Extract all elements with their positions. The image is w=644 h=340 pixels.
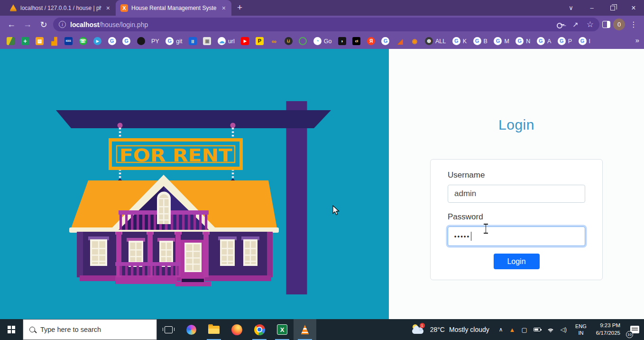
browser-toolbar: ← → ↻ i localhost/house/login.php ↗ ☆ 0 …: [0, 16, 644, 33]
side-panel-icon[interactable]: [602, 21, 610, 28]
bookmark-label: N: [526, 38, 530, 45]
google-git-bookmark[interactable]: G git: [166, 37, 182, 45]
cloud-url-bookmark[interactable]: ☁ url: [218, 37, 235, 45]
google-bookmark[interactable]: G: [122, 37, 130, 45]
green-ring-bookmark[interactable]: [299, 37, 307, 45]
back-button[interactable]: ←: [5, 19, 18, 29]
task-view-button[interactable]: [157, 319, 180, 340]
camera-kit-bookmark[interactable]: ▣: [203, 37, 211, 45]
yandex-bookmark[interactable]: Я: [367, 37, 375, 45]
browser-titlebar: localhost / 127.0.0.1 / house | php × X …: [0, 0, 644, 16]
forward-button[interactable]: →: [21, 19, 34, 29]
battery-icon[interactable]: [534, 328, 541, 331]
desktop: localhost / 127.0.0.1 / house | php × X …: [0, 0, 644, 340]
site-info-icon[interactable]: i: [59, 21, 66, 28]
browser-menu-icon[interactable]: ⋮: [628, 20, 639, 29]
bird-bookmark[interactable]: ◗: [338, 37, 346, 45]
weather-widget[interactable]: 1 28°C Mostly cloudy: [406, 324, 495, 335]
google-bookmark[interactable]: G: [381, 37, 389, 45]
volume-icon[interactable]: ◁): [561, 326, 567, 333]
tilted-bars-bookmark[interactable]: [7, 37, 15, 45]
bookmarks-overflow-button[interactable]: »: [635, 36, 639, 44]
orange-doc-bookmark[interactable]: ▤: [36, 37, 44, 45]
py-bookmark[interactable]: PY: [151, 38, 159, 45]
profile-avatar[interactable]: 0: [613, 19, 625, 30]
google-bookmark[interactable]: G: [108, 37, 116, 45]
google-i-bookmark[interactable]: G I: [579, 37, 590, 45]
bookmark-star-icon[interactable]: ☆: [587, 19, 594, 29]
taskbar-search[interactable]: [23, 319, 157, 340]
google-n-bookmark[interactable]: G N: [515, 37, 530, 45]
restore-button[interactable]: [602, 0, 623, 16]
tab-house-rental[interactable]: X House Rental Management Syste ×: [116, 0, 231, 16]
excel-button[interactable]: X: [271, 319, 294, 340]
password-manager-icon[interactable]: [557, 23, 564, 27]
tab-title: House Rental Management Syste: [131, 5, 217, 11]
address-bar[interactable]: i localhost/house/login.php ↗ ☆: [53, 18, 599, 31]
firefox-button[interactable]: [225, 319, 248, 340]
bookmark-favicon: [7, 37, 15, 45]
vlc-button[interactable]: [294, 319, 316, 340]
share-icon[interactable]: ↗: [572, 20, 579, 29]
whatsapp-bookmark[interactable]: ☏: [79, 37, 87, 45]
bookmark-label: Go: [324, 38, 332, 45]
notification-center-button[interactable]: 10: [625, 319, 644, 340]
bookmark-favicon: ▤: [36, 37, 44, 45]
username-field[interactable]: admin: [448, 185, 585, 203]
mouse-cursor: [332, 205, 340, 216]
clock[interactable]: 9:23 PM 6/17/2025: [591, 322, 625, 337]
tab-close-icon[interactable]: ×: [105, 4, 111, 12]
cart-bookmark[interactable]: ⊔: [285, 37, 293, 45]
file-explorer-button[interactable]: [202, 319, 225, 340]
bookmark-favicon: cl: [352, 37, 360, 45]
close-button[interactable]: ×: [623, 0, 644, 16]
bookmark-favicon: +: [21, 37, 29, 45]
google-m-bookmark[interactable]: G M: [494, 37, 509, 45]
vlc-tray-icon[interactable]: ▲: [509, 326, 515, 333]
notification-count-badge: 10: [626, 331, 633, 338]
google-a-bookmark[interactable]: G A: [537, 37, 551, 45]
matlab-bookmark[interactable]: ◢: [396, 37, 404, 45]
godaddy-bookmark[interactable]: ◔ Go: [313, 37, 332, 45]
tab-phpmyadmin[interactable]: localhost / 127.0.0.1 / house | php ×: [5, 0, 116, 16]
curl-bookmark[interactable]: cl: [352, 37, 360, 45]
new-tab-button[interactable]: +: [231, 2, 248, 16]
bookmark-favicon: ▶: [241, 37, 249, 45]
vlc-icon: [300, 325, 310, 334]
password-field[interactable]: •••••: [448, 227, 585, 246]
analytics-bookmark[interactable]: ▟: [50, 37, 58, 45]
p-yellow-bookmark[interactable]: P: [256, 37, 264, 45]
ieee-bookmark[interactable]: IEEE: [64, 37, 73, 45]
password-masked-value: •••••: [454, 233, 470, 240]
wifi-icon[interactable]: [547, 327, 554, 332]
username-label: Username: [448, 170, 585, 180]
minimize-button[interactable]: –: [581, 0, 602, 16]
tab-close-icon[interactable]: ×: [221, 4, 227, 12]
login-button[interactable]: Login: [494, 254, 540, 269]
barcode-bookmark[interactable]: |||: [189, 37, 197, 45]
chevron-up-icon[interactable]: ∧: [499, 326, 503, 333]
google-b-bookmark[interactable]: G B: [473, 37, 488, 45]
bookmark-label: ALL: [435, 38, 446, 45]
github-bookmark[interactable]: [137, 37, 145, 45]
search-input[interactable]: [40, 326, 150, 333]
chrome-button[interactable]: [248, 319, 271, 340]
telegram-bookmark[interactable]: ▸: [93, 37, 101, 45]
green-cross-bookmark[interactable]: +: [21, 37, 29, 45]
bookmark-label: K: [463, 38, 467, 45]
reload-button[interactable]: ↻: [37, 19, 50, 30]
movie-camera-bookmark[interactable]: ∞: [270, 37, 278, 45]
copilot-button[interactable]: [180, 319, 202, 340]
eye-bookmark[interactable]: ◉: [410, 37, 418, 45]
globe-all-bookmark[interactable]: ⊕ ALL: [425, 37, 446, 45]
google-k-bookmark[interactable]: G K: [452, 37, 467, 45]
bookmark-favicon: ◢: [396, 37, 404, 45]
tab-search-icon[interactable]: ∨: [561, 0, 581, 16]
display-tray-icon[interactable]: ▢: [521, 326, 527, 333]
language-indicator[interactable]: ENG IN: [570, 323, 591, 337]
start-button[interactable]: [0, 319, 23, 340]
google-p-bookmark[interactable]: G P: [558, 37, 572, 45]
weather-condition: Mostly cloudy: [449, 326, 489, 333]
bookmark-favicon: G: [473, 37, 481, 45]
youtube-bookmark[interactable]: ▶: [241, 37, 249, 45]
